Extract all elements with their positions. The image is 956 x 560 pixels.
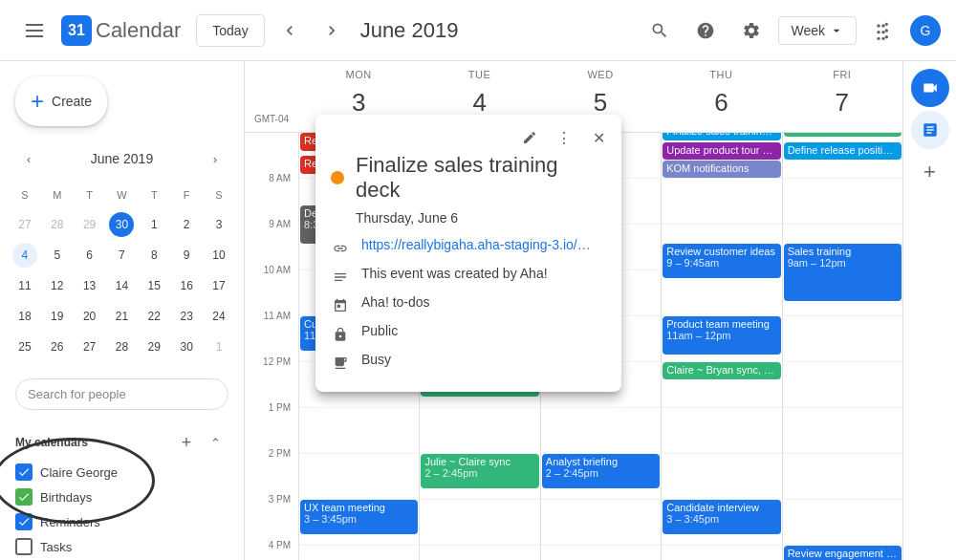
hour-slot[interactable]: [299, 454, 419, 500]
mini-cal-date[interactable]: 1: [139, 210, 169, 239]
hour-slot[interactable]: [662, 454, 781, 500]
settings-button[interactable]: [732, 11, 771, 50]
mini-next-button[interactable]: ›: [202, 145, 228, 172]
popup-more-button[interactable]: ⋮: [549, 122, 579, 153]
hour-slot[interactable]: [662, 179, 781, 225]
mini-cal-date[interactable]: 10: [204, 241, 234, 269]
mini-cal-date[interactable]: 28: [42, 210, 73, 239]
calendar-checkbox[interactable]: [15, 538, 33, 555]
hour-slot[interactable]: [783, 179, 902, 225]
day-number[interactable]: 6: [699, 80, 743, 124]
hour-slot[interactable]: [541, 500, 661, 546]
day-number[interactable]: 7: [820, 80, 864, 124]
mini-cal-date[interactable]: 26: [42, 333, 73, 361]
my-calendars-header[interactable]: My calendars + ⌃: [0, 421, 244, 460]
mini-cal-date[interactable]: 29: [75, 210, 105, 239]
calendar-event[interactable]: UX team meeting3 – 3:45pm: [300, 500, 418, 534]
create-button[interactable]: + Create: [15, 76, 107, 126]
user-avatar[interactable]: G: [910, 15, 941, 46]
mini-cal-date[interactable]: 8: [139, 241, 169, 269]
mini-cal-date[interactable]: 23: [171, 302, 202, 331]
hour-slot[interactable]: [299, 408, 419, 454]
hour-slot[interactable]: [541, 408, 661, 454]
hour-slot[interactable]: [420, 546, 539, 560]
hour-slot[interactable]: [783, 500, 902, 546]
mini-cal-date[interactable]: 5: [42, 241, 73, 269]
hour-slot[interactable]: [662, 546, 781, 560]
calendar-checkbox[interactable]: [15, 513, 33, 530]
search-button[interactable]: [641, 11, 679, 50]
popup-edit-button[interactable]: [514, 122, 545, 153]
calendar-event[interactable]: Product team meeting11am – 12pm: [663, 316, 780, 355]
hamburger-button[interactable]: [15, 11, 54, 50]
search-people-field[interactable]: [15, 378, 228, 410]
calendar-checkbox[interactable]: [15, 488, 33, 506]
mini-cal-date[interactable]: 30: [171, 333, 202, 361]
mini-cal-date[interactable]: 18: [10, 302, 40, 331]
mini-cal-date[interactable]: 16: [171, 271, 202, 300]
hour-slot[interactable]: [783, 362, 902, 408]
prev-button[interactable]: [272, 13, 307, 48]
mini-cal-date[interactable]: 13: [75, 271, 105, 300]
mini-cal-date[interactable]: 22: [139, 302, 169, 331]
mini-cal-date[interactable]: 19: [42, 302, 73, 331]
today-button[interactable]: Today: [196, 14, 264, 47]
next-button[interactable]: [315, 13, 349, 48]
calendar-event[interactable]: Candidate interview3 – 3:45pm: [663, 500, 780, 534]
calendar-event[interactable]: Analyst briefing2 – 2:45pm: [542, 454, 660, 488]
hour-slot[interactable]: [783, 316, 902, 362]
mini-cal-date[interactable]: 6: [75, 241, 105, 269]
mini-cal-date[interactable]: 27: [75, 333, 105, 361]
day-column[interactable]: Aunty Betty's birthdayDefine release pos…: [782, 133, 902, 560]
calendar-event[interactable]: Sales training9am – 12pm: [784, 244, 902, 301]
calendar-event[interactable]: Finalize sales training deck: [663, 133, 780, 140]
mini-cal-date[interactable]: 17: [204, 271, 234, 300]
add-panel-button[interactable]: +: [911, 153, 949, 191]
mini-cal-date[interactable]: 27: [10, 210, 40, 239]
popup-close-button[interactable]: ✕: [583, 122, 614, 153]
hour-slot[interactable]: [783, 408, 902, 454]
meet-button[interactable]: [911, 69, 949, 107]
mini-cal-date[interactable]: 1: [204, 333, 234, 361]
mini-cal-date[interactable]: 7: [107, 241, 138, 269]
mini-cal-date[interactable]: 11: [10, 271, 40, 300]
calendar-checkbox[interactable]: [15, 463, 33, 481]
my-calendar-item[interactable]: Tasks: [0, 534, 244, 559]
mini-cal-date[interactable]: 12: [42, 271, 73, 300]
mini-cal-date[interactable]: 30: [107, 210, 138, 239]
hour-slot[interactable]: [541, 546, 661, 560]
hour-slot[interactable]: [783, 454, 902, 500]
calendar-event[interactable]: Define release positioning: [784, 142, 902, 160]
mini-cal-date[interactable]: 21: [107, 302, 138, 331]
popup-url[interactable]: https://reallybigaha.aha-staging-3.io/ta…: [361, 237, 591, 252]
calendar-event[interactable]: Update product tour screens: [663, 142, 780, 160]
calendar-event[interactable]: Julie ~ Claire sync2 – 2:45pm: [421, 454, 538, 488]
calendar-event[interactable]: Review engagement analytics4 – 4:45pm: [784, 546, 902, 560]
mini-cal-date[interactable]: 28: [107, 333, 138, 361]
my-calendar-item[interactable]: Birthdays: [0, 485, 244, 509]
apps-button[interactable]: [864, 11, 902, 50]
mini-prev-button[interactable]: ‹: [15, 145, 42, 172]
mini-cal-date[interactable]: 25: [10, 333, 40, 361]
calendar-event[interactable]: Aunty Betty's birthday: [784, 133, 902, 137]
calendar-event[interactable]: Review customer ideas9 – 9:45am: [663, 244, 780, 278]
tasks-button[interactable]: [911, 111, 949, 149]
help-button[interactable]: [686, 11, 725, 50]
my-calendar-item[interactable]: Claire George: [0, 460, 244, 485]
my-calendars-add-button[interactable]: +: [173, 429, 200, 456]
calendar-event[interactable]: Claire ~ Bryan sync, 12pm: [663, 362, 780, 379]
my-calendars-toggle[interactable]: ⌃: [202, 429, 228, 456]
my-calendar-item[interactable]: Reminders: [0, 509, 244, 534]
mini-cal-date[interactable]: 15: [139, 271, 169, 300]
view-selector[interactable]: Week: [778, 16, 857, 45]
mini-cal-date[interactable]: 20: [75, 302, 105, 331]
search-people-input[interactable]: [28, 387, 216, 401]
hour-slot[interactable]: [420, 500, 539, 546]
mini-cal-date[interactable]: 2: [171, 210, 202, 239]
mini-cal-date[interactable]: 14: [107, 271, 138, 300]
mini-cal-date[interactable]: 3: [204, 210, 234, 239]
day-column[interactable]: Finalize sales training deckUpdate produ…: [661, 133, 781, 560]
mini-cal-date[interactable]: 4: [10, 241, 40, 269]
hour-slot[interactable]: [299, 546, 419, 560]
hour-slot[interactable]: [420, 408, 539, 454]
